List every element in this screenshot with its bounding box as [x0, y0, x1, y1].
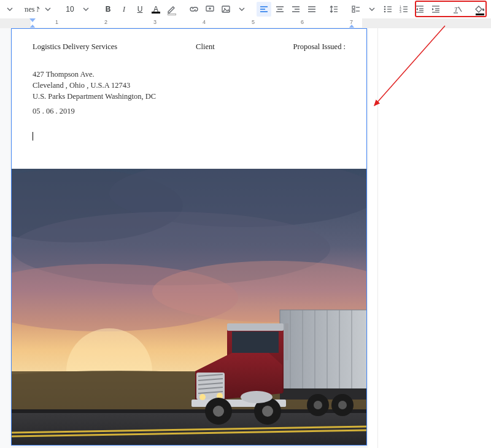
insert-link-button[interactable] [187, 2, 201, 17]
svg-point-74 [314, 401, 322, 409]
insert-image-button[interactable] [218, 2, 233, 17]
font-size-dropdown[interactable] [79, 2, 93, 17]
styles-dropdown[interactable] [2, 2, 17, 17]
horizontal-ruler[interactable]: 1 2 3 4 5 6 7 [0, 18, 491, 28]
address-line-2: Cleveland , Ohio , U.S.A 12743 [33, 80, 346, 91]
svg-line-45 [458, 7, 462, 12]
text-color-button[interactable]: A [149, 2, 163, 17]
svg-point-86 [199, 394, 206, 400]
svg-point-24 [384, 6, 386, 8]
svg-point-28 [384, 11, 386, 13]
align-right-button[interactable] [288, 2, 303, 17]
align-left-button[interactable] [257, 2, 271, 17]
bold-button[interactable]: B [101, 2, 115, 17]
svg-rect-22 [352, 10, 355, 12]
document-date: 05 . 06 . 2019 [33, 106, 346, 117]
numbered-list-button[interactable]: 123 [396, 2, 411, 17]
svg-rect-20 [352, 6, 355, 9]
canvas-divider [377, 28, 378, 448]
text-cursor-icon [33, 132, 33, 141]
svg-point-76 [338, 401, 347, 409]
cell-fill-color-dropdown[interactable] [489, 2, 491, 17]
clear-formatting-button[interactable]: T [450, 2, 465, 17]
ruler-number: 5 [252, 19, 255, 25]
checklist-dropdown[interactable] [365, 2, 379, 17]
canvas-background [368, 28, 491, 448]
svg-text:T: T [454, 6, 458, 13]
bullet-list-button[interactable] [381, 2, 395, 17]
header-col-client: Client [196, 42, 215, 52]
svg-point-90 [213, 406, 224, 417]
insert-image-dropdown[interactable] [234, 2, 249, 17]
line-spacing-button[interactable] [327, 2, 341, 17]
font-family-dropdown[interactable] [41, 2, 55, 17]
ruler-number: 4 [203, 19, 206, 25]
document-page[interactable]: Logistics Delivery Services Client Propo… [11, 28, 367, 446]
align-justify-button[interactable] [304, 2, 319, 17]
align-center-button[interactable] [273, 2, 287, 17]
address-line-3: U.S. Parks Department Washington, DC [33, 91, 346, 102]
text-cursor-line[interactable] [33, 132, 346, 142]
ruler-number: 2 [104, 19, 107, 25]
address-line-1: 427 Thompson Ave. [33, 69, 346, 80]
insert-comment-button[interactable] [203, 2, 217, 17]
cell-fill-color-button[interactable] [473, 2, 487, 17]
document-header-row: Logistics Delivery Services Client Propo… [33, 42, 346, 52]
ruler-number: 6 [301, 19, 304, 25]
italic-button[interactable]: I [117, 2, 131, 17]
header-col-company: Logistics Delivery Services [33, 42, 117, 52]
document-canvas[interactable]: Logistics Delivery Services Client Propo… [0, 28, 491, 448]
checklist-button[interactable] [349, 2, 363, 17]
svg-point-92 [262, 406, 273, 417]
formatting-toolbar: Times N... 10 B I U A [0, 0, 491, 18]
svg-text:3: 3 [400, 10, 401, 14]
header-col-proposal: Proposal Issued : [293, 42, 346, 52]
decrease-indent-button[interactable] [412, 2, 427, 17]
address-block: 427 Thompson Ave. Cleveland , Ohio , U.S… [33, 69, 346, 117]
svg-rect-65 [280, 310, 366, 390]
svg-point-93 [241, 391, 273, 403]
svg-rect-78 [227, 323, 284, 331]
underline-button[interactable]: U [133, 2, 147, 17]
svg-point-26 [384, 9, 386, 10]
svg-rect-88 [285, 323, 288, 360]
font-size-select[interactable]: 10 [63, 2, 77, 17]
font-family-select[interactable]: Times N... [25, 2, 39, 17]
hero-truck-image[interactable] [12, 169, 366, 445]
highlight-color-button[interactable] [164, 2, 179, 17]
ruler-number: 3 [153, 19, 157, 25]
increase-indent-button[interactable] [428, 2, 443, 17]
ruler-number: 1 [55, 19, 58, 25]
